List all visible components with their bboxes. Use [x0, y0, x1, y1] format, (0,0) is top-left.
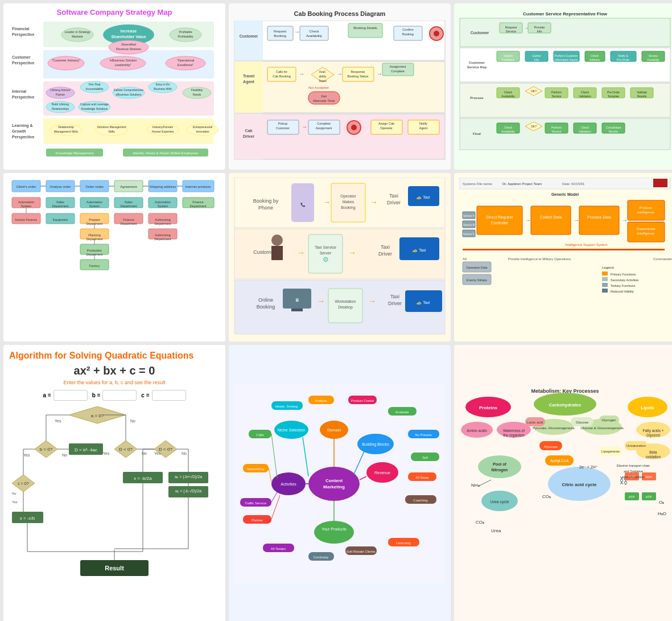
svg-text:Department: Department	[121, 222, 137, 225]
svg-text:Check: Check	[504, 126, 513, 129]
card-1-title: Software Company Strategy Map	[8, 8, 221, 17]
svg-text:Finance: Finance	[192, 200, 204, 204]
svg-text:Internet products: Internet products	[185, 185, 211, 188]
input-c[interactable]	[152, 390, 186, 401]
svg-text:Cab Booking: Cab Booking	[273, 75, 291, 78]
svg-text:Suitability: Suitability	[647, 58, 659, 61]
svg-text:Service Rep: Service Rep	[467, 65, 487, 69]
order-flow-svg: Client's order Analyse order Order make …	[6, 178, 223, 337]
svg-text:System: System	[158, 204, 168, 208]
svg-text:Glycerol: Glycerol	[646, 433, 660, 438]
svg-text:Driver: Driver	[243, 134, 255, 138]
svg-text:Address: Address	[589, 58, 600, 61]
svg-text:Check: Check	[504, 91, 513, 94]
input-b[interactable]	[102, 390, 137, 401]
svg-text:Consolidate: Consolidate	[606, 126, 621, 129]
svg-text:OK?: OK?	[531, 89, 537, 93]
svg-text:Direct Request: Direct Request	[487, 215, 513, 220]
svg-text:NH₃: NH₃	[471, 483, 480, 488]
svg-text:Phone: Phone	[258, 205, 273, 211]
svg-rect-347	[602, 272, 608, 275]
svg-text:Partner: Partner	[56, 93, 65, 96]
svg-text:Industry/Domain: Industry/Domain	[152, 125, 174, 129]
svg-text:Customer Service Representativ: Customer Service Representative Flow	[523, 11, 608, 17]
svg-text:Sales: Sales	[56, 200, 64, 204]
svg-text:Intelligence: Intelligence	[637, 211, 655, 214]
svg-text:Shareholder Value: Shareholder Value	[111, 35, 146, 39]
svg-text:Automation: Automation	[18, 200, 34, 204]
svg-text:Information Inquiry: Information Inquiry	[554, 58, 578, 61]
label-c: c =	[141, 392, 149, 398]
svg-text:No: No	[62, 453, 67, 457]
svg-text:Availability: Availability	[501, 130, 515, 133]
svg-text:Get: Get	[321, 94, 327, 98]
svg-text:Planning: Planning	[88, 233, 100, 237]
svg-text:Innovation: Innovation	[196, 130, 209, 133]
svg-rect-82	[348, 23, 382, 38]
svg-text:Tertiary Functions: Tertiary Functions	[611, 284, 636, 287]
svg-text:Perspective: Perspective	[12, 32, 34, 37]
svg-text:Growth: Growth	[12, 129, 26, 133]
svg-text:Availability: Availability	[306, 34, 322, 38]
svg-text:Relationship: Relationship	[58, 125, 74, 129]
svg-text:Relationships: Relationships	[52, 107, 69, 110]
svg-text:→: →	[299, 71, 304, 77]
svg-text:Excellence": Excellence"	[178, 63, 194, 67]
svg-text:Lifelong Advisor: Lifelong Advisor	[50, 88, 71, 92]
svg-text:x₁ = (-b+√D)/2a: x₁ = (-b+√D)/2a	[175, 475, 202, 479]
input-a[interactable]	[53, 390, 88, 401]
svg-text:the organism: the organism	[503, 433, 525, 438]
svg-text:Coaching: Coaching	[413, 499, 427, 502]
svg-text:No: No	[142, 451, 147, 455]
svg-text:Service: Service	[506, 30, 516, 33]
svg-text:Operator: Operator	[380, 126, 393, 130]
svg-text:and Oxidative: and Oxidative	[624, 470, 643, 473]
svg-text:Booking: Booking	[341, 205, 355, 210]
svg-text:Department: Department	[52, 204, 69, 208]
svg-text:Systems File name:: Systems File name:	[463, 182, 493, 186]
svg-text:→: →	[348, 248, 356, 257]
svg-text:CO₂: CO₂	[476, 520, 484, 525]
svg-text:Calls: Calls	[256, 433, 263, 437]
svg-text:System: System	[21, 204, 32, 208]
svg-text:Shipping address: Shipping address	[150, 185, 176, 188]
svg-text:Department: Department	[155, 222, 171, 225]
svg-text:Notify: Notify	[419, 122, 427, 125]
card-customer-flow: Customer Service Representative Flow Cus…	[454, 3, 672, 170]
svg-text:Not Accepted: Not Accepted	[308, 86, 329, 89]
svg-text:No: No	[182, 451, 187, 455]
svg-text:Carbohydrates: Carbohydrates	[549, 402, 582, 408]
svg-text:→: →	[323, 198, 331, 207]
svg-text:Intelligence Support System: Intelligence Support System	[565, 243, 608, 246]
svg-text:No: No	[130, 419, 135, 423]
svg-text:ability: ability	[319, 75, 327, 78]
svg-text:Solutions Management: Solutions Management	[97, 125, 126, 129]
svg-text:Niche Selection: Niche Selection	[278, 428, 306, 432]
svg-text:→: →	[294, 28, 300, 35]
svg-text:Driver: Driver	[378, 251, 392, 257]
svg-text:Process: Process	[470, 96, 484, 100]
svg-text:a = 0?: a = 0?	[91, 413, 104, 418]
svg-text:Marketing: Marketing	[323, 484, 345, 490]
svg-text:Produce: Produce	[640, 206, 653, 209]
svg-rect-322	[579, 206, 619, 235]
svg-text:Template: Template	[608, 94, 620, 98]
svg-text:Lactic acid: Lactic acid	[527, 421, 543, 424]
svg-rect-298	[291, 309, 303, 311]
svg-text:Driver: Driver	[388, 301, 402, 306]
svg-text:Markets: Markets	[72, 35, 83, 38]
svg-text:c = 0?: c = 0?	[18, 482, 28, 486]
svg-text:Yes: Yes	[12, 500, 18, 504]
svg-text:Taxi: Taxi	[389, 193, 398, 199]
quad-inputs: a = b = c =	[9, 390, 220, 401]
svg-text:Financial: Financial	[12, 27, 29, 31]
svg-point-281	[271, 235, 283, 246]
svg-text:Calls for: Calls for	[276, 70, 287, 73]
svg-text:Assign Cab: Assign Cab	[378, 122, 394, 125]
quad-subtitle: Enter the values for a, b, c and see the…	[9, 380, 220, 385]
svg-text:Online: Online	[258, 297, 273, 303]
svg-text:ATP: ATP	[645, 495, 652, 499]
svg-text:Check: Check	[581, 91, 589, 94]
svg-text:Date: 02/15/01: Date: 02/15/01	[562, 182, 585, 186]
svg-text:Taxi: Taxi	[390, 294, 399, 299]
